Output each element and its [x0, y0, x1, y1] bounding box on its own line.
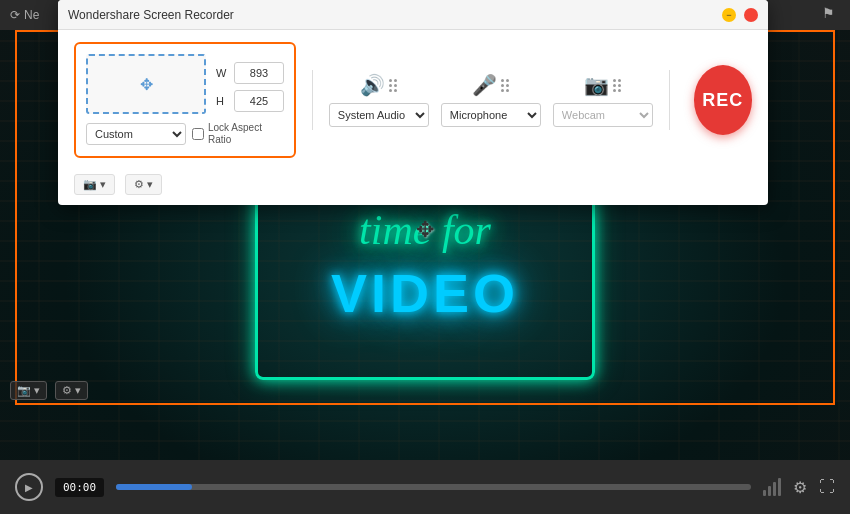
speaker-icon: 🔊 [360, 73, 385, 97]
screen-selector: ✥ W H Custom Full Sc [74, 42, 296, 158]
minimize-icon: − [726, 10, 731, 20]
chevron-down-icon: ▾ [34, 384, 40, 397]
dialog-title: Wondershare Screen Recorder [68, 8, 234, 22]
video-bottom-toolbar: 📷 ▾ ⚙ ▾ [0, 375, 850, 405]
width-row: W [216, 62, 284, 84]
settings-bottom-icon: ⚙ [134, 178, 144, 191]
webcam-icon: 📷 [584, 73, 609, 97]
av-controls: 🔊 System Audio 🎤 [329, 73, 653, 127]
screen-preview: ✥ [86, 54, 206, 114]
chevron-down-icon-3: ▾ [100, 178, 106, 191]
player-settings-btn[interactable]: ⚙ [793, 478, 807, 497]
flag-icon: ⚑ [822, 5, 835, 21]
screenshot-bottom-icon: 📷 [83, 178, 97, 191]
chevron-down-icon-4: ▾ [147, 178, 153, 191]
lock-aspect-control: Lock AspectRatio [192, 122, 262, 146]
back-icon: ⟳ [10, 8, 20, 22]
screenshot-btn[interactable]: 📷 ▾ [10, 381, 47, 400]
dialog-content: ✥ W H Custom Full Sc [58, 30, 768, 170]
progress-fill [116, 484, 192, 490]
move-cursor-icon: ✥ [416, 217, 434, 243]
fullscreen-btn[interactable]: ⛶ [819, 478, 835, 496]
play-button[interactable]: ▶ [15, 473, 43, 501]
recorder-dialog: Wondershare Screen Recorder − ✕ ✥ W [58, 0, 768, 205]
webcam-group: 📷 Webcam [553, 73, 653, 127]
nav-label: Ne [24, 8, 39, 22]
lock-aspect-label: Lock AspectRatio [208, 122, 262, 146]
close-icon: ✕ [747, 10, 755, 20]
neon-text-line2: VIDEO [331, 262, 519, 324]
separator-1 [312, 70, 313, 130]
screen-type-select[interactable]: Custom Full Screen 1920×1080 1280×720 [86, 123, 186, 145]
vol-bar-2 [768, 486, 771, 496]
width-input[interactable] [234, 62, 284, 84]
microphone-group: 🎤 Microphone [441, 73, 541, 127]
microphone-icon-row: 🎤 [472, 73, 509, 97]
volume-indicator [763, 478, 781, 496]
dialog-bottom-icons: 📷 ▾ ⚙ ▾ [58, 170, 768, 205]
time-display: 00:00 [55, 478, 104, 497]
microphone-select[interactable]: Microphone [441, 103, 541, 127]
system-audio-group: 🔊 System Audio [329, 73, 429, 127]
microphone-icon: 🎤 [472, 73, 497, 97]
rec-label: REC [702, 90, 743, 111]
webcam-select[interactable]: Webcam [553, 103, 653, 127]
settings-icon: ⚙ [62, 384, 72, 397]
chevron-down-icon-2: ▾ [75, 384, 81, 397]
mic-dots [501, 79, 509, 92]
settings-btn-video[interactable]: ⚙ ▾ [55, 381, 88, 400]
dialog-controls: − ✕ [722, 8, 758, 22]
screenshot-bottom-btn[interactable]: 📷 ▾ [74, 174, 115, 195]
height-input[interactable] [234, 90, 284, 112]
vol-bar-3 [773, 482, 776, 496]
system-audio-icon-row: 🔊 [360, 73, 397, 97]
vol-bar-1 [763, 490, 766, 496]
audio-dots [389, 79, 397, 92]
lock-aspect-checkbox[interactable] [192, 128, 204, 140]
move-icon: ✥ [140, 75, 153, 94]
screenshot-icon: 📷 [17, 384, 31, 397]
width-label: W [216, 67, 228, 79]
rec-button[interactable]: REC [694, 65, 752, 135]
minimize-button[interactable]: − [722, 8, 736, 22]
player-bar: ▶ 00:00 ⚙ ⛶ [0, 460, 850, 514]
separator-2 [669, 70, 670, 130]
height-row: H [216, 90, 284, 112]
settings-bottom-btn[interactable]: ⚙ ▾ [125, 174, 162, 195]
height-label: H [216, 95, 228, 107]
system-audio-select[interactable]: System Audio [329, 103, 429, 127]
progress-bar[interactable] [116, 484, 751, 490]
nav-back-btn[interactable]: ⟳ Ne [10, 8, 39, 22]
play-icon: ▶ [25, 482, 33, 493]
vol-bar-4 [778, 478, 781, 496]
webcam-icon-row: 📷 [584, 73, 621, 97]
dialog-titlebar: Wondershare Screen Recorder − ✕ [58, 0, 768, 30]
webcam-dots [613, 79, 621, 92]
close-button[interactable]: ✕ [744, 8, 758, 22]
